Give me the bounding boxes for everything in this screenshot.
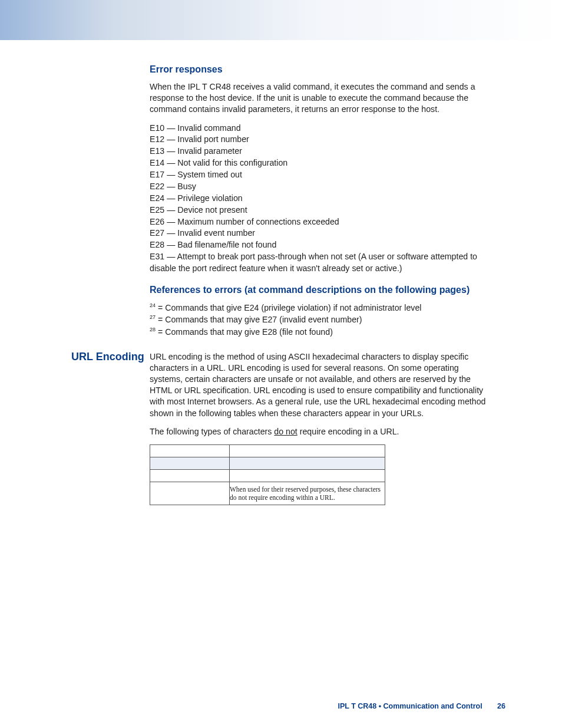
error-item: E14 — Not valid for this configuration [150,157,492,169]
table-cell [150,482,230,505]
heading-error-responses: Error responses [150,64,492,75]
table-row [150,457,385,469]
error-item: E31 — Attempt to break port pass-through… [150,251,492,275]
error-item: E22 — Busy [150,181,492,193]
reference-text: = Commands that give E24 (privilege viol… [156,303,421,312]
reference-item: 24 = Commands that give E24 (privilege v… [150,302,492,314]
heading-url-encoding: URL Encoding [71,351,144,363]
reference-item: 27 = Commands that may give E27 (invalid… [150,314,492,326]
para-url-note: The following types of characters do not… [150,426,492,437]
header-gradient-bar [0,0,562,40]
url-note-post: require encoding in a URL. [297,427,399,436]
table-row [150,444,385,457]
reference-sup: 27 [150,315,156,321]
table-row [150,469,385,482]
para-url-intro: URL encoding is the method of using ASCI… [150,351,492,419]
url-note-pre: The following types of characters [150,427,274,436]
table-cell [150,444,230,457]
url-encoding-section: URL encoding is the method of using ASCI… [150,351,492,505]
table-cell [230,457,385,469]
error-item: E28 — Bad filename/file not found [150,239,492,251]
table-cell [150,457,230,469]
error-item: E10 — Invalid command [150,123,492,134]
table-cell [230,444,385,457]
error-item: E25 — Device not present [150,205,492,216]
reference-item: 28 = Commands that may give E28 (file no… [150,326,492,338]
error-item: E17 — System timed out [150,169,492,181]
error-item: E24 — Privilege violation [150,193,492,205]
footer: IPL T CR48 • Communication and Control 2… [338,702,505,710]
para-error-intro: When the IPL T CR48 receives a valid com… [150,81,492,116]
content-column: Error responses When the IPL T CR48 rece… [150,64,492,505]
references-list: 24 = Commands that give E24 (privilege v… [150,302,492,338]
error-item: E27 — Invalid event number [150,228,492,239]
page-number: 26 [497,702,505,710]
encoding-table: When used for their reserved purposes, t… [150,444,385,505]
reference-sup: 28 [150,327,156,332]
reference-sup: 24 [150,302,156,308]
reference-text: = Commands that may give E28 (file not f… [156,327,333,337]
table-row: When used for their reserved purposes, t… [150,482,385,505]
footer-text: IPL T CR48 • Communication and Control [338,702,482,710]
heading-references: References to errors (at command descrip… [150,284,492,296]
table-note-cell: When used for their reserved purposes, t… [230,482,385,505]
url-note-underline: do not [274,427,297,436]
error-item: E12 — Invalid port number [150,134,492,146]
table-cell [150,469,230,482]
reference-text: = Commands that may give E27 (invalid ev… [156,315,362,324]
error-item: E26 — Maximum number of connections exce… [150,216,492,228]
table-cell [230,469,385,482]
page: Error responses When the IPL T CR48 rece… [0,0,562,728]
error-list: E10 — Invalid command E12 — Invalid port… [150,123,492,275]
error-item: E13 — Invalid parameter [150,146,492,157]
